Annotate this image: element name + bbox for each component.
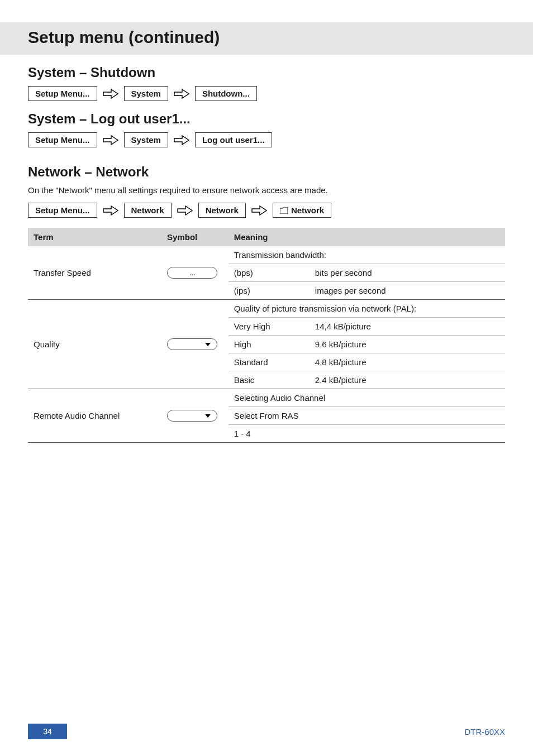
crumb-network[interactable]: Network	[124, 203, 172, 218]
crumb-setup-menu[interactable]: Setup Menu...	[28, 86, 97, 101]
crumb-system[interactable]: System	[124, 132, 168, 147]
cell-meaning-header: Transmission bandwidth:	[229, 246, 505, 264]
cell-val: 9,6 kB/picture	[310, 336, 505, 353]
main-title: Setup menu (continued)	[28, 28, 505, 47]
page-root: Setup menu (continued) System – Shutdown…	[0, 0, 533, 756]
crumb-network-submenu[interactable]: Network	[198, 203, 246, 218]
dropdown-icon[interactable]	[167, 338, 217, 350]
cell-term-audio: Remote Audio Channel	[28, 389, 161, 443]
page-number: 34	[28, 724, 67, 739]
title-band: Setup menu (continued)	[0, 22, 533, 55]
definition-table: Term Symbol Meaning Transfer Speed ... T…	[28, 228, 505, 443]
breadcrumb-logout: Setup Menu... System Log out user1...	[28, 132, 505, 147]
table-row: Remote Audio Channel Selecting Audio Cha…	[28, 389, 505, 407]
th-term: Term	[28, 228, 161, 246]
breadcrumb-shutdown: Setup Menu... System Shutdown...	[28, 86, 505, 101]
network-intro: On the "Network" menu all settings requi…	[28, 185, 505, 195]
heading-logout: System – Log out user1...	[28, 111, 505, 127]
cell-key: High	[229, 336, 310, 353]
cell-val: images per second	[310, 282, 505, 300]
chevron-down-icon	[204, 342, 211, 347]
cell-key: Very High	[229, 318, 310, 336]
tab-network[interactable]: Network	[273, 203, 331, 218]
heading-network: Network – Network	[28, 164, 505, 180]
cell-val: 2,4 kB/picture	[310, 371, 505, 389]
th-symbol: Symbol	[161, 228, 229, 246]
arrow-right-icon	[103, 88, 118, 99]
tab-network-label: Network	[291, 205, 324, 215]
crumb-shutdown[interactable]: Shutdown...	[195, 86, 257, 101]
model-label: DTR-60XX	[464, 724, 505, 739]
arrow-right-icon	[251, 205, 267, 216]
chevron-down-icon	[204, 414, 211, 418]
arrow-right-icon	[103, 205, 118, 216]
cell-meaning-header: Quality of picture transmission via netw…	[229, 300, 505, 318]
crumb-logout-user[interactable]: Log out user1...	[195, 132, 272, 147]
cell-symbol-audio	[161, 389, 229, 443]
table-row: Quality Quality of picture transmission …	[28, 300, 505, 318]
crumb-system[interactable]: System	[124, 86, 168, 101]
heading-shutdown: System – Shutdown	[28, 65, 505, 80]
cell-val: 4,8 kB/picture	[310, 353, 505, 371]
crumb-setup-menu[interactable]: Setup Menu...	[28, 132, 97, 147]
cell-val: 14,4 kB/picture	[310, 318, 505, 336]
cell-symbol-transfer: ...	[161, 246, 229, 300]
folder-icon	[280, 207, 288, 214]
crumb-setup-menu[interactable]: Setup Menu...	[28, 203, 97, 218]
cell-key: 1 - 4	[229, 425, 505, 443]
footer: 34 DTR-60XX	[0, 724, 533, 739]
breadcrumb-network: Setup Menu... Network Network Network	[28, 203, 505, 218]
cell-term-quality: Quality	[28, 300, 161, 389]
cell-key: Basic	[229, 371, 310, 389]
cell-key: (bps)	[229, 264, 310, 282]
arrow-right-icon	[174, 88, 189, 99]
dropdown-icon[interactable]	[167, 410, 217, 422]
cell-val: bits per second	[310, 264, 505, 282]
cell-meaning-header: Selecting Audio Channel	[229, 389, 505, 407]
th-meaning: Meaning	[229, 228, 505, 246]
cell-key: (ips)	[229, 282, 310, 300]
cell-symbol-quality	[161, 300, 229, 389]
cell-term-transfer: Transfer Speed	[28, 246, 161, 300]
content: System – Shutdown Setup Menu... System S…	[0, 65, 533, 443]
cell-key: Select From RAS	[229, 407, 505, 425]
arrow-right-icon	[177, 205, 193, 216]
table-header-row: Term Symbol Meaning	[28, 228, 505, 246]
dots-button-icon[interactable]: ...	[167, 267, 217, 279]
cell-key: Standard	[229, 353, 310, 371]
table-row: Transfer Speed ... Transmission bandwidt…	[28, 246, 505, 264]
arrow-right-icon	[103, 135, 118, 146]
arrow-right-icon	[174, 135, 189, 146]
